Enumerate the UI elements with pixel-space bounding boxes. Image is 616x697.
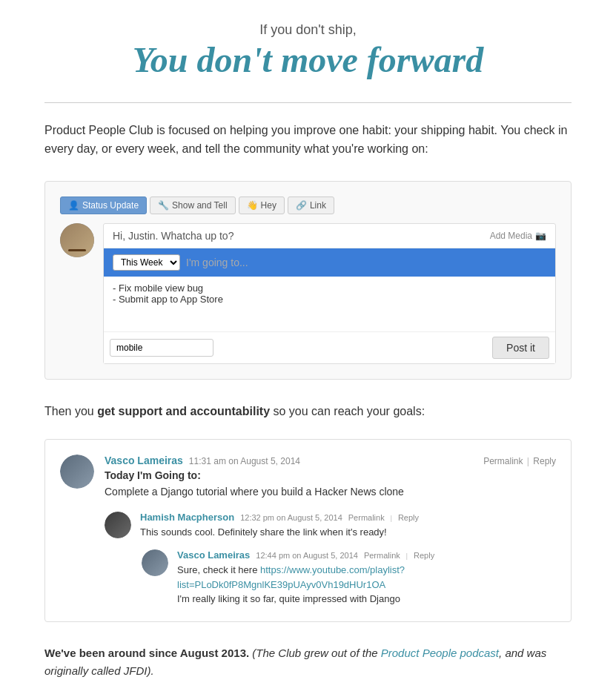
footer-text: We've been around since August 2013. (Th… bbox=[44, 644, 572, 680]
tab-bar: 👤 Status Update 🔧 Show and Tell 👋 Hey 🔗 … bbox=[60, 196, 556, 214]
footer-link[interactable]: Product People podcast bbox=[381, 647, 499, 659]
replies: Hamish Macpherson 12:32 pm on August 5, … bbox=[105, 512, 556, 607]
comment-box: Vasco Lameiras 11:31 am on August 5, 201… bbox=[44, 439, 572, 622]
support-suffix: so you can reach your goals: bbox=[270, 405, 425, 417]
header-subtitle: If you don't ship, bbox=[44, 22, 572, 38]
main-comment-time: 11:31 am on August 5, 2014 bbox=[189, 456, 300, 466]
post-form-panel: Hi, Justin. Whatcha up to? Add Media 📷 T… bbox=[103, 223, 556, 364]
main-permalink[interactable]: Permalink bbox=[483, 456, 523, 466]
intro-text: Product People Club is focused on helpin… bbox=[44, 121, 572, 159]
vasco2-body-pre: Sure, check it here bbox=[177, 564, 260, 575]
main-comment-meta: Vasco Lameiras 11:31 am on August 5, 201… bbox=[105, 455, 556, 466]
post-form-box: 👤 Status Update 🔧 Show and Tell 👋 Hey 🔗 … bbox=[44, 181, 572, 380]
tab-hey[interactable]: 👋 Hey bbox=[239, 196, 285, 214]
hey-icon: 👋 bbox=[247, 200, 258, 211]
post-footer: Post it bbox=[104, 331, 555, 363]
hamish-reply-content: Hamish Macpherson 12:32 pm on August 5, … bbox=[140, 512, 556, 540]
vasco2-avatar bbox=[142, 549, 168, 576]
footer-bold: We've been around since August 2013. bbox=[44, 647, 249, 659]
add-media-button[interactable]: Add Media 📷 bbox=[490, 231, 546, 241]
vasco2-body: Sure, check it here https://www.youtube.… bbox=[177, 563, 556, 607]
vasco2-reply-content: Vasco Lameiras 12:44 pm on August 5, 201… bbox=[177, 549, 556, 607]
week-placeholder: I'm going to... bbox=[186, 257, 248, 268]
main-reply[interactable]: Reply bbox=[533, 456, 556, 466]
support-bold: get support and accountability bbox=[97, 405, 270, 417]
footer-italic-pre: (The Club grew out of the bbox=[252, 647, 380, 659]
link-icon: 🔗 bbox=[296, 200, 307, 211]
hamish-time: 12:32 pm on August 5, 2014 bbox=[240, 513, 342, 522]
post-area: Hi, Justin. Whatcha up to? Add Media 📷 T… bbox=[60, 223, 556, 364]
vasco-name: Vasco Lameiras bbox=[105, 455, 183, 466]
tag-input[interactable] bbox=[110, 339, 213, 357]
main-comment-content: Vasco Lameiras 11:31 am on August 5, 201… bbox=[105, 455, 556, 607]
show-and-tell-icon: 🔧 bbox=[158, 200, 169, 211]
add-media-label: Add Media bbox=[490, 231, 532, 241]
vasco2-body-post: I'm really liking it so far, quite impre… bbox=[177, 593, 400, 604]
support-prefix: Then you bbox=[44, 405, 97, 417]
main-comment-title: Today I'm Going to: bbox=[105, 469, 556, 481]
camera-icon: 📷 bbox=[535, 231, 546, 241]
main-comment-body: Complete a Django tutorial where you bui… bbox=[105, 484, 556, 500]
week-select[interactable]: This Week bbox=[113, 254, 180, 271]
avatar bbox=[60, 223, 94, 257]
reply-vasco2: Vasco Lameiras 12:44 pm on August 5, 201… bbox=[142, 549, 556, 607]
post-button[interactable]: Post it bbox=[492, 337, 549, 359]
main-comment-actions: Permalink | Reply bbox=[483, 456, 556, 466]
tab-show-and-tell[interactable]: 🔧 Show and Tell bbox=[150, 196, 236, 214]
vasco2-meta: Vasco Lameiras 12:44 pm on August 5, 201… bbox=[177, 549, 556, 561]
status-update-icon: 👤 bbox=[68, 200, 79, 211]
vasco2-name: Vasco Lameiras bbox=[177, 549, 250, 561]
post-form-header: Hi, Justin. Whatcha up to? Add Media 📷 bbox=[104, 224, 555, 248]
tab-status-update[interactable]: 👤 Status Update bbox=[60, 196, 147, 214]
hamish-name: Hamish Macpherson bbox=[140, 512, 234, 523]
week-selector: This Week I'm going to... bbox=[104, 248, 555, 277]
hamish-body: This sounds cool. Definitely share the l… bbox=[140, 525, 556, 540]
tab-link-label: Link bbox=[310, 200, 326, 211]
header-section: If you don't ship, You don't move forwar… bbox=[44, 22, 572, 80]
vasco2-reply-link[interactable]: Reply bbox=[414, 551, 434, 560]
tab-show-label: Show and Tell bbox=[172, 200, 228, 211]
post-textarea[interactable]: - Fix mobile view bug - Submit app to Ap… bbox=[104, 277, 555, 328]
vasco-avatar bbox=[60, 455, 94, 489]
hamish-avatar bbox=[105, 512, 131, 538]
vasco2-time: 12:44 pm on August 5, 2014 bbox=[256, 551, 358, 560]
main-comment: Vasco Lameiras 11:31 am on August 5, 201… bbox=[60, 455, 556, 607]
tab-status-label: Status Update bbox=[82, 200, 139, 211]
tab-hey-label: Hey bbox=[261, 200, 276, 211]
hamish-reply-link[interactable]: Reply bbox=[398, 513, 419, 522]
post-form-greeting: Hi, Justin. Whatcha up to? bbox=[113, 230, 234, 242]
hamish-permalink[interactable]: Permalink bbox=[348, 513, 385, 522]
tab-link[interactable]: 🔗 Link bbox=[288, 196, 334, 214]
hamish-meta: Hamish Macpherson 12:32 pm on August 5, … bbox=[140, 512, 556, 523]
vasco2-permalink[interactable]: Permalink bbox=[364, 551, 400, 560]
reply-hamish: Hamish Macpherson 12:32 pm on August 5, … bbox=[105, 512, 556, 540]
header-title: You don't move forward bbox=[44, 41, 572, 80]
divider bbox=[44, 102, 572, 103]
support-text: Then you get support and accountability … bbox=[44, 402, 572, 421]
